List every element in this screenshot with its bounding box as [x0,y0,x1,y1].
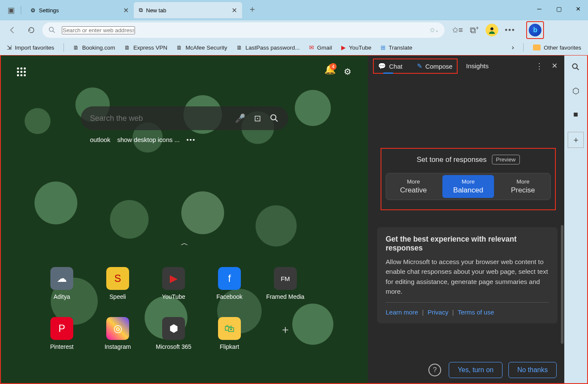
microphone-icon[interactable]: 🎤 [235,113,246,123]
lens-icon[interactable]: ⊡ [254,113,261,123]
titlebar: ▣ ⚙ Settings ✕ ⧉ New tab ✕ ＋ ─ ▢ ✕ [0,0,588,20]
preview-badge: Preview [492,155,520,164]
more-suggestions-icon[interactable]: ••• [186,136,196,143]
maximize-button[interactable]: ▢ [549,0,569,18]
import-favorites[interactable]: ⇲ Import favorites [7,44,54,51]
gear-icon: ⚙ [30,7,36,14]
svg-line-4 [275,119,278,122]
bookmark-item[interactable]: 🗎LastPass password... [237,45,300,51]
notifications-button[interactable]: 🔔 4 [324,64,336,79]
tone-balanced[interactable]: MoreBalanced [442,175,494,198]
search-icon[interactable] [270,114,279,123]
close-icon[interactable]: ✕ [232,6,237,14]
bookmark-item[interactable]: 🗎Express VPN [124,45,167,51]
gmail-icon: ✉ [309,44,314,51]
bookmark-item[interactable]: ▶YouTube [341,44,371,51]
collections-icon[interactable]: ⧉⁺ [470,25,479,35]
close-icon[interactable]: ✕ [123,6,129,14]
minimize-button[interactable]: ─ [530,0,549,18]
quick-link[interactable]: 🛍Flipkart [202,317,257,359]
quick-link[interactable]: fFacebook [202,267,257,309]
bookmark-item[interactable]: ✉Gmail [309,44,332,51]
newtab-button[interactable]: ＋ [246,2,259,16]
tone-precise[interactable]: MorePrecise [497,175,549,198]
svg-point-0 [49,27,53,31]
address-bar[interactable]: ✩₊ [42,22,444,38]
suggestion-item[interactable]: outlook [90,136,110,143]
page-icon: 🗎 [177,45,182,51]
bing-side-panel: 💬 Chat ✎ Compose Insights ⋮ ✕ Set tone o… [368,56,564,383]
tone-selector: Set tone of responses Preview MoreCreati… [381,148,556,210]
promo-card: Get the best experience with relevant re… [377,227,558,323]
search-icon[interactable] [569,61,582,73]
page-icon: 🗎 [124,45,130,51]
tab-newtab[interactable]: ⧉ New tab ✕ [134,2,242,18]
back-button[interactable] [5,22,20,38]
bookmark-item[interactable]: 🗎Booking.com [73,45,115,51]
refresh-button[interactable] [24,22,39,38]
more-icon[interactable]: ⋮ [536,61,543,71]
bookmark-item[interactable]: ⊞Translate [381,44,412,51]
page-icon: 🗎 [73,45,79,51]
quick-link[interactable]: FMFramed Media [258,267,312,309]
toolbar: ✩₊ ✩≡ ⧉⁺ ••• b [0,20,588,40]
close-button[interactable]: ✕ [569,0,588,18]
bookmark-item[interactable]: 🗎McAfee Security [177,45,227,51]
folder-icon [533,45,541,50]
star-plus-icon[interactable]: ✩₊ [430,26,439,34]
sidepanel-tab-chat[interactable]: 💬 Chat [375,61,405,72]
ntp-search-input[interactable] [90,114,229,123]
apps-grid-button[interactable] [14,64,29,79]
tab-label: Settings [39,7,59,14]
quick-link[interactable]: SSpeeli [91,267,145,309]
chat-icon: 💬 [378,62,386,70]
quick-link[interactable]: PPinterest [35,317,89,359]
tone-title: Set tone of responses [417,156,486,164]
newtab-icon: ⧉ [139,7,143,14]
tab-settings[interactable]: ⚙ Settings ✕ [25,2,134,18]
tab-label: New tab [146,7,166,14]
quick-link[interactable]: ◎Instagram [91,317,145,359]
terms-link[interactable]: Terms of use [458,309,494,316]
learn-more-link[interactable]: Learn more [386,309,418,316]
quick-link[interactable]: ▶YouTube [146,267,201,309]
ntp-search-bar[interactable]: 🎤 ⊡ [81,106,288,130]
sidepanel-tab-compose[interactable]: ✎ Compose [414,61,455,72]
page-icon: 🗎 [237,45,243,51]
square-icon[interactable]: ■ [569,108,582,121]
bing-sidebar-button[interactable]: b [526,21,544,39]
more-icon[interactable]: ••• [505,26,516,35]
address-input[interactable] [62,26,135,34]
svg-line-1 [53,31,55,33]
quick-link[interactable]: ⬢Microsoft 365 [146,317,201,359]
add-quick-link[interactable]: ＋ [258,317,312,359]
close-icon[interactable]: ✕ [552,61,558,71]
help-icon[interactable]: ? [428,364,441,376]
compose-icon: ✎ [417,62,422,70]
yes-turn-on-button[interactable]: Yes, turn on [449,362,502,378]
tab-actions-icon[interactable]: ▣ [8,6,15,15]
scrollbar[interactable] [561,225,563,344]
translate-icon: ⊞ [381,44,386,51]
favorites-icon[interactable]: ✩≡ [452,25,463,35]
add-sidebar-button[interactable]: ＋ [568,132,584,148]
search-icon [48,26,56,34]
svg-point-2 [490,28,493,31]
expand-chevron-icon[interactable]: ︿ [181,238,188,248]
sidepanel-tab-insights[interactable]: Insights [466,62,489,70]
no-thanks-button[interactable]: No thanks [508,362,557,378]
suggestion-item[interactable]: show desktop icons ... [117,136,180,143]
privacy-link[interactable]: Privacy [428,309,448,316]
avatar[interactable] [486,24,498,36]
page-settings-button[interactable]: ⚙ [340,64,355,79]
promo-title: Get the best experience with relevant re… [386,235,549,253]
gear-icon: ⚙ [344,67,351,77]
youtube-icon: ▶ [341,44,346,51]
tone-creative[interactable]: MoreCreative [388,175,439,198]
other-favorites[interactable]: Other favorites [533,45,581,51]
svg-point-5 [573,64,577,69]
promo-body: Allow Microsoft to access your browser w… [386,257,549,296]
hexagon-icon[interactable]: ⬡ [569,84,582,97]
overflow-chevron-icon[interactable]: › [512,43,514,52]
quick-link[interactable]: ☁Aditya [35,267,89,309]
